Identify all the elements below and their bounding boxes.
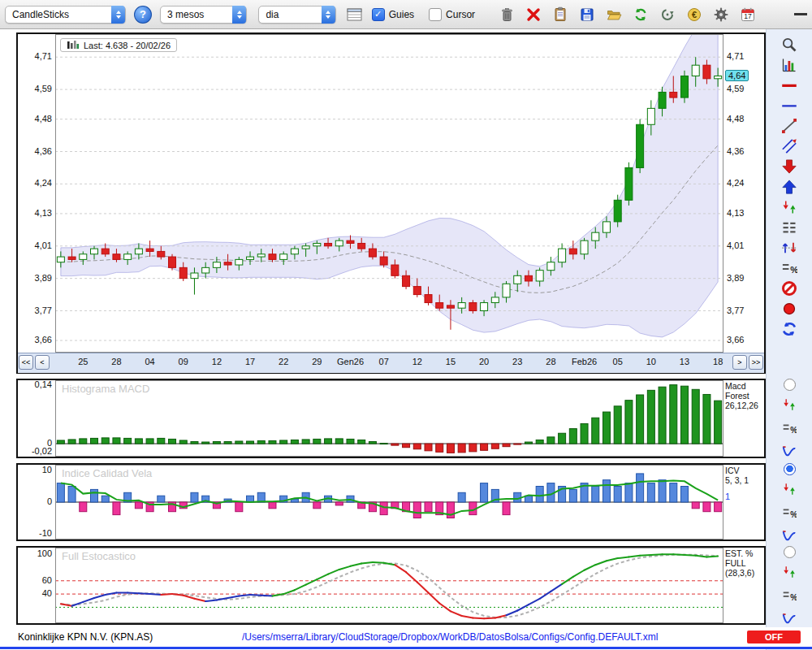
x-axis-date: 28 [546, 357, 555, 366]
toolbar-actions: € 17 [498, 6, 757, 24]
down-arrow-tool-icon[interactable] [767, 156, 812, 176]
open-folder-icon[interactable] [605, 6, 623, 24]
macd-plot[interactable] [55, 380, 723, 457]
axis-label: 10 [42, 465, 52, 474]
svg-text:17: 17 [744, 12, 752, 20]
curve-button[interactable] [767, 609, 812, 629]
percent-range-tool-icon[interactable] [767, 237, 812, 258]
paste-icon[interactable] [551, 6, 569, 24]
x-axis-date: 09 [179, 357, 188, 366]
axis-label: -0,02 [32, 446, 52, 456]
window-bottom-accent [0, 647, 812, 649]
nav-prev-button[interactable]: < [35, 355, 50, 370]
red-line-tool-icon[interactable] [767, 75, 812, 95]
stepper-icon [322, 6, 335, 24]
record-tool-icon[interactable] [767, 298, 812, 318]
price-axis-right: 4,714,594,484,364,244,134,013,893,773,66… [723, 34, 764, 353]
price-plot[interactable]: Last: 4.638 - 20/02/26 [55, 34, 723, 353]
x-axis-date: Feb26 [572, 357, 597, 366]
sync-tool-icon[interactable] [767, 318, 812, 339]
cursor-checkbox[interactable]: Cursor [429, 8, 475, 21]
period-select[interactable]: dia [258, 6, 335, 24]
signals-button[interactable] [767, 561, 812, 582]
x-axis-date: 05 [613, 357, 623, 366]
right-toolbar: % % % % [766, 29, 812, 650]
signals-button[interactable] [767, 394, 812, 414]
range-select[interactable]: 3 mesos [160, 6, 247, 24]
history-icon[interactable] [659, 6, 676, 24]
icv-plot[interactable] [55, 465, 723, 540]
axis-label: 100 [37, 548, 52, 558]
checkbox-empty-icon [429, 8, 442, 21]
svg-text:€: € [692, 10, 697, 20]
trash-icon[interactable] [498, 6, 516, 24]
x-axis-date: 29 [312, 357, 322, 366]
table-toggle-icon[interactable] [346, 6, 364, 24]
chart-type-select[interactable]: CandleSticks [5, 6, 126, 24]
euro-icon[interactable]: € [685, 6, 703, 24]
stepper-icon [111, 6, 125, 24]
off-toggle[interactable]: OFF [747, 630, 801, 644]
icv-value: 1 [725, 492, 762, 502]
guies-checkbox[interactable]: ✓ Guies [372, 8, 414, 21]
nav-first-button[interactable]: << [19, 355, 33, 370]
percent-lines-tool-icon[interactable]: % [767, 258, 812, 278]
x-axis-date: 13 [680, 357, 689, 366]
blue-line-tool-icon[interactable] [767, 95, 812, 115]
nav-last-button[interactable]: >> [749, 355, 763, 370]
stoch-plot[interactable] [55, 548, 723, 623]
nav-next-button[interactable]: > [732, 355, 747, 370]
trendline-tool-icon[interactable] [767, 115, 812, 136]
x-axis-date: Gen26 [337, 357, 364, 366]
delete-icon[interactable] [525, 6, 542, 24]
zoom-icon[interactable] [767, 34, 812, 54]
up-arrow-tool-icon[interactable] [767, 176, 812, 197]
panel-radio[interactable] [784, 546, 796, 558]
icv-params-label: ICV 5, 3, 11 [723, 465, 764, 540]
axis-label: 3,77 [35, 306, 52, 315]
refresh-icon[interactable] [632, 6, 650, 24]
percent-button[interactable]: % [767, 502, 812, 522]
icv-panel-controls: % [767, 463, 812, 546]
app-window: CandleSticks ? 3 mesos dia ✓ Guies Curso… [0, 0, 812, 650]
panel-radio-selected[interactable] [784, 463, 796, 475]
config-path-link[interactable]: /Users/mserra/Library/CloudStorage/Dropb… [153, 631, 747, 643]
axis-label: 4,24 [35, 178, 52, 188]
settings-gear-icon[interactable] [712, 6, 730, 24]
channel-tool-icon[interactable] [767, 136, 812, 156]
percent-button[interactable]: % [767, 418, 812, 438]
calendar-icon[interactable]: 17 [739, 6, 757, 24]
curve-button[interactable] [767, 526, 812, 546]
axis-label: 3,66 [35, 335, 52, 344]
macd-panel: 0,140-0,02 Macd Forest 26,12,26 Histogra… [16, 379, 766, 458]
svg-text:%: % [790, 592, 797, 601]
x-axis-date: 15 [446, 357, 456, 366]
macd-params-label: Macd Forest 26,12,26 [723, 380, 764, 457]
last-price-badge: 4,64 [725, 70, 749, 81]
forbidden-tool-icon[interactable] [767, 278, 812, 298]
svg-text:%: % [790, 265, 797, 275]
curve-button[interactable] [767, 441, 812, 462]
x-axis-date: 18 [713, 357, 723, 366]
x-axis-date: 25 [78, 357, 88, 366]
x-axis-date: 12 [212, 357, 222, 366]
signals-tool-icon[interactable] [767, 197, 812, 217]
panel-radio[interactable] [784, 379, 796, 391]
stoch-params-label: EST. % FULL (28,3,6) [723, 548, 764, 623]
axis-label: 4,71 [727, 51, 744, 61]
axis-label: -10 [39, 528, 52, 538]
save-icon[interactable] [578, 6, 596, 24]
period-value: dia [266, 9, 279, 20]
axis-label: 4,59 [727, 84, 744, 93]
levels-tool-icon[interactable] [767, 217, 812, 237]
legend-icon [67, 40, 80, 50]
last-price-legend: Last: 4.638 - 20/02/26 [60, 38, 177, 52]
symbol-label: Koninklijke KPN N.V. (KPN.AS) [18, 631, 153, 643]
axis-label: 4,01 [727, 240, 744, 250]
axis-label: 3,89 [35, 273, 52, 283]
signals-button[interactable] [767, 479, 812, 499]
indicators-icon[interactable] [767, 54, 812, 75]
help-icon[interactable]: ? [134, 6, 152, 24]
percent-button[interactable]: % [767, 585, 812, 605]
axis-label: 4,36 [35, 146, 52, 156]
